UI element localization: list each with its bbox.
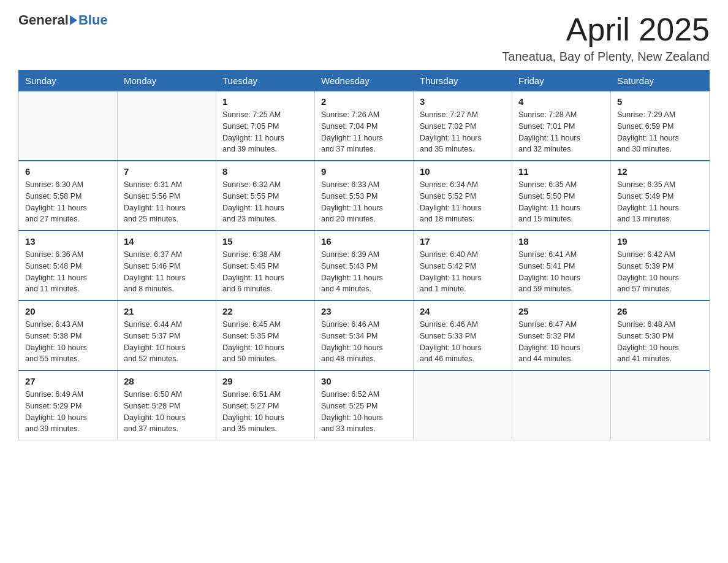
calendar-cell: 16Sunrise: 6:39 AM Sunset: 5:43 PM Dayli… xyxy=(315,231,414,301)
calendar-cell: 7Sunrise: 6:31 AM Sunset: 5:56 PM Daylig… xyxy=(118,161,216,231)
calendar-header-row: SundayMondayTuesdayWednesdayThursdayFrid… xyxy=(19,71,710,91)
day-info: Sunrise: 6:39 AM Sunset: 5:43 PM Dayligh… xyxy=(321,249,407,295)
day-info: Sunrise: 7:28 AM Sunset: 7:01 PM Dayligh… xyxy=(518,109,604,155)
logo-arrow-icon xyxy=(70,15,77,25)
day-info: Sunrise: 6:33 AM Sunset: 5:53 PM Dayligh… xyxy=(321,179,407,225)
day-number: 22 xyxy=(222,306,308,316)
calendar-cell: 28Sunrise: 6:50 AM Sunset: 5:28 PM Dayli… xyxy=(118,370,216,440)
month-title: April 2025 xyxy=(502,12,710,47)
day-number: 26 xyxy=(617,306,703,316)
header-tuesday: Tuesday xyxy=(216,71,315,91)
calendar-week-4: 20Sunrise: 6:43 AM Sunset: 5:38 PM Dayli… xyxy=(19,301,710,370)
day-number: 11 xyxy=(518,166,604,177)
calendar-cell: 23Sunrise: 6:46 AM Sunset: 5:34 PM Dayli… xyxy=(315,301,414,370)
day-info: Sunrise: 7:27 AM Sunset: 7:02 PM Dayligh… xyxy=(420,109,506,155)
calendar-cell: 25Sunrise: 6:47 AM Sunset: 5:32 PM Dayli… xyxy=(512,301,611,370)
calendar-cell: 5Sunrise: 7:29 AM Sunset: 6:59 PM Daylig… xyxy=(611,91,710,161)
calendar-cell: 20Sunrise: 6:43 AM Sunset: 5:38 PM Dayli… xyxy=(19,301,118,370)
calendar-cell xyxy=(512,370,611,440)
calendar-cell: 10Sunrise: 6:34 AM Sunset: 5:52 PM Dayli… xyxy=(414,161,512,231)
logo-general: General xyxy=(18,12,69,28)
day-number: 4 xyxy=(518,96,604,107)
calendar-week-1: 1Sunrise: 7:25 AM Sunset: 7:05 PM Daylig… xyxy=(19,91,710,161)
calendar-cell: 4Sunrise: 7:28 AM Sunset: 7:01 PM Daylig… xyxy=(512,91,611,161)
calendar-cell: 19Sunrise: 6:42 AM Sunset: 5:39 PM Dayli… xyxy=(611,231,710,301)
calendar-cell xyxy=(414,370,512,440)
logo: General Blue xyxy=(18,12,108,28)
day-info: Sunrise: 6:49 AM Sunset: 5:29 PM Dayligh… xyxy=(25,389,111,435)
calendar-cell: 12Sunrise: 6:35 AM Sunset: 5:49 PM Dayli… xyxy=(611,161,710,231)
day-number: 5 xyxy=(617,96,703,107)
day-number: 21 xyxy=(124,306,210,316)
day-number: 14 xyxy=(124,236,210,247)
day-number: 23 xyxy=(321,306,407,316)
day-number: 24 xyxy=(420,306,506,316)
day-number: 27 xyxy=(25,376,111,386)
day-number: 29 xyxy=(222,376,308,386)
day-info: Sunrise: 6:35 AM Sunset: 5:50 PM Dayligh… xyxy=(518,179,604,225)
day-info: Sunrise: 6:50 AM Sunset: 5:28 PM Dayligh… xyxy=(124,389,210,435)
header-sunday: Sunday xyxy=(19,71,118,91)
title-section: April 2025 Taneatua, Bay of Plenty, New … xyxy=(502,12,710,64)
day-number: 30 xyxy=(321,376,407,386)
day-info: Sunrise: 6:45 AM Sunset: 5:35 PM Dayligh… xyxy=(222,319,308,365)
day-number: 10 xyxy=(420,166,506,177)
day-number: 16 xyxy=(321,236,407,247)
day-number: 8 xyxy=(222,166,308,177)
calendar-cell: 6Sunrise: 6:30 AM Sunset: 5:58 PM Daylig… xyxy=(19,161,118,231)
calendar-cell: 18Sunrise: 6:41 AM Sunset: 5:41 PM Dayli… xyxy=(512,231,611,301)
day-info: Sunrise: 6:44 AM Sunset: 5:37 PM Dayligh… xyxy=(124,319,210,365)
calendar-cell: 17Sunrise: 6:40 AM Sunset: 5:42 PM Dayli… xyxy=(414,231,512,301)
day-number: 25 xyxy=(518,306,604,316)
day-info: Sunrise: 6:46 AM Sunset: 5:33 PM Dayligh… xyxy=(420,319,506,365)
calendar-cell: 2Sunrise: 7:26 AM Sunset: 7:04 PM Daylig… xyxy=(315,91,414,161)
calendar-cell: 29Sunrise: 6:51 AM Sunset: 5:27 PM Dayli… xyxy=(216,370,315,440)
calendar-cell: 22Sunrise: 6:45 AM Sunset: 5:35 PM Dayli… xyxy=(216,301,315,370)
calendar-cell: 1Sunrise: 7:25 AM Sunset: 7:05 PM Daylig… xyxy=(216,91,315,161)
day-info: Sunrise: 6:42 AM Sunset: 5:39 PM Dayligh… xyxy=(617,249,703,295)
day-number: 20 xyxy=(25,306,111,316)
calendar-cell: 21Sunrise: 6:44 AM Sunset: 5:37 PM Dayli… xyxy=(118,301,216,370)
calendar-cell: 14Sunrise: 6:37 AM Sunset: 5:46 PM Dayli… xyxy=(118,231,216,301)
calendar-cell: 15Sunrise: 6:38 AM Sunset: 5:45 PM Dayli… xyxy=(216,231,315,301)
day-info: Sunrise: 6:51 AM Sunset: 5:27 PM Dayligh… xyxy=(222,389,308,435)
header-saturday: Saturday xyxy=(611,71,710,91)
day-info: Sunrise: 6:35 AM Sunset: 5:49 PM Dayligh… xyxy=(617,179,703,225)
calendar-cell xyxy=(611,370,710,440)
header-friday: Friday xyxy=(512,71,611,91)
logo-blue: Blue xyxy=(78,12,108,28)
day-info: Sunrise: 6:30 AM Sunset: 5:58 PM Dayligh… xyxy=(25,179,111,225)
calendar-cell: 11Sunrise: 6:35 AM Sunset: 5:50 PM Dayli… xyxy=(512,161,611,231)
day-number: 9 xyxy=(321,166,407,177)
calendar-cell: 27Sunrise: 6:49 AM Sunset: 5:29 PM Dayli… xyxy=(19,370,118,440)
day-number: 1 xyxy=(222,96,308,107)
header-monday: Monday xyxy=(118,71,216,91)
day-info: Sunrise: 6:40 AM Sunset: 5:42 PM Dayligh… xyxy=(420,249,506,295)
day-number: 13 xyxy=(25,236,111,247)
day-number: 18 xyxy=(518,236,604,247)
day-number: 2 xyxy=(321,96,407,107)
day-number: 3 xyxy=(420,96,506,107)
calendar-cell xyxy=(19,91,118,161)
day-number: 19 xyxy=(617,236,703,247)
day-info: Sunrise: 6:47 AM Sunset: 5:32 PM Dayligh… xyxy=(518,319,604,365)
calendar-week-5: 27Sunrise: 6:49 AM Sunset: 5:29 PM Dayli… xyxy=(19,370,710,440)
calendar-cell xyxy=(118,91,216,161)
calendar-table: SundayMondayTuesdayWednesdayThursdayFrid… xyxy=(18,70,710,440)
day-number: 6 xyxy=(25,166,111,177)
day-info: Sunrise: 6:43 AM Sunset: 5:38 PM Dayligh… xyxy=(25,319,111,365)
header-wednesday: Wednesday xyxy=(315,71,414,91)
day-info: Sunrise: 6:32 AM Sunset: 5:55 PM Dayligh… xyxy=(222,179,308,225)
day-number: 12 xyxy=(617,166,703,177)
calendar-cell: 3Sunrise: 7:27 AM Sunset: 7:02 PM Daylig… xyxy=(414,91,512,161)
day-info: Sunrise: 6:52 AM Sunset: 5:25 PM Dayligh… xyxy=(321,389,407,435)
calendar-cell: 9Sunrise: 6:33 AM Sunset: 5:53 PM Daylig… xyxy=(315,161,414,231)
day-info: Sunrise: 7:29 AM Sunset: 6:59 PM Dayligh… xyxy=(617,109,703,155)
day-number: 7 xyxy=(124,166,210,177)
calendar-cell: 24Sunrise: 6:46 AM Sunset: 5:33 PM Dayli… xyxy=(414,301,512,370)
day-info: Sunrise: 6:31 AM Sunset: 5:56 PM Dayligh… xyxy=(124,179,210,225)
day-info: Sunrise: 7:25 AM Sunset: 7:05 PM Dayligh… xyxy=(222,109,308,155)
calendar-cell: 8Sunrise: 6:32 AM Sunset: 5:55 PM Daylig… xyxy=(216,161,315,231)
calendar-week-3: 13Sunrise: 6:36 AM Sunset: 5:48 PM Dayli… xyxy=(19,231,710,301)
header-thursday: Thursday xyxy=(414,71,512,91)
